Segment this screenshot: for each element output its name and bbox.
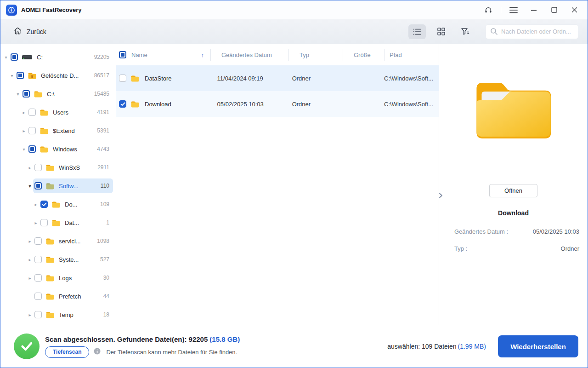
expand-arrow-icon[interactable]: ▾ xyxy=(27,184,33,189)
file-type: Ordner xyxy=(281,75,334,82)
tree-item-windows[interactable]: ▾Windows4743 xyxy=(0,140,116,158)
checkbox[interactable] xyxy=(17,72,24,79)
folder-icon xyxy=(51,201,61,208)
support-headset-icon[interactable] xyxy=(481,3,496,17)
tree-item-extend[interactable]: ▸$Extend5391 xyxy=(0,121,116,140)
detail-value: 05/02/2025 10:03 xyxy=(533,228,579,235)
tree-item-body[interactable]: Temp18 xyxy=(33,307,113,322)
tree-item-syste[interactable]: ▸Syste...527 xyxy=(0,250,116,269)
expand-arrow-icon[interactable]: ▸ xyxy=(27,276,33,281)
sort-ascending-icon[interactable]: ↑ xyxy=(201,52,204,58)
file-path: C:\Windows\Soft... xyxy=(373,75,439,82)
menu-hamburger-icon[interactable] xyxy=(506,3,521,17)
folder-icon xyxy=(130,75,140,82)
tree-item-c[interactable]: ▾C:\15485 xyxy=(0,85,116,103)
folder-icon xyxy=(45,164,55,172)
tree-item-body[interactable]: C:\15485 xyxy=(21,86,113,101)
tree-item-body[interactable]: Logs30 xyxy=(33,270,113,285)
list-view-button[interactable] xyxy=(408,24,426,39)
checkbox[interactable] xyxy=(28,145,36,153)
checkbox[interactable] xyxy=(28,109,36,116)
checkbox[interactable] xyxy=(11,53,18,61)
checkbox[interactable] xyxy=(34,164,42,171)
close-button[interactable] xyxy=(566,3,582,17)
expand-arrow-icon[interactable]: ▾ xyxy=(3,55,9,60)
checkbox[interactable] xyxy=(119,100,126,108)
file-path: C:\Windows\Soft... xyxy=(373,101,439,108)
tree-item-count: 1 xyxy=(106,219,109,226)
column-header-date[interactable]: Geändertes Datum xyxy=(210,44,288,65)
expand-arrow-icon[interactable]: ▸ xyxy=(27,257,33,262)
tree-item-body[interactable]: $Extend5391 xyxy=(27,123,113,138)
selection-size: (1.99 MB) xyxy=(458,343,486,350)
expand-arrow-icon[interactable]: ▸ xyxy=(27,312,33,317)
recover-button[interactable]: Wiederherstellen xyxy=(498,335,578,357)
tree-item-do[interactable]: ▸Do...109 xyxy=(0,195,116,213)
maximize-button[interactable] xyxy=(546,3,562,17)
expand-arrow-icon[interactable]: ▸ xyxy=(21,128,27,133)
deep-scan-button[interactable]: Tiefenscan xyxy=(45,346,89,358)
collapse-panel-chevron-icon[interactable] xyxy=(438,190,446,201)
checkbox[interactable] xyxy=(28,127,36,134)
tree-item-body[interactable]: Users4191 xyxy=(27,105,113,120)
tree-item-body[interactable]: Gelöschte D...86517 xyxy=(15,68,113,83)
checkbox[interactable] xyxy=(34,293,42,300)
tree-item-softw[interactable]: ▾Softw...110 xyxy=(0,177,116,195)
expand-arrow-icon[interactable]: ▸ xyxy=(33,202,39,207)
tree-item-servici[interactable]: ▸servici...1098 xyxy=(0,232,116,250)
tree-item-body[interactable]: WinSxS2911 xyxy=(33,160,113,175)
minimize-button[interactable] xyxy=(526,3,542,17)
back-button[interactable]: Zurück xyxy=(13,27,46,36)
column-header-size[interactable]: Größe xyxy=(343,44,384,65)
checkbox[interactable] xyxy=(40,201,48,208)
expand-arrow-icon[interactable]: ▾ xyxy=(9,73,15,78)
preview-file-title: Download xyxy=(498,209,529,217)
tree-item-dat[interactable]: ▸Dat...1 xyxy=(0,213,116,232)
table-row-datastore[interactable]: DataStore11/04/2024 09:19OrdnerC:\Window… xyxy=(116,65,439,91)
tree-item-logs[interactable]: ▸Logs30 xyxy=(0,269,116,287)
tree-item-temp[interactable]: ▸Temp18 xyxy=(0,305,116,324)
checkbox[interactable] xyxy=(40,219,48,226)
preview-panel: Öffnen Download Geändertes Datum :05/02/… xyxy=(439,44,588,325)
checkbox[interactable] xyxy=(34,237,42,245)
folder-trash-icon xyxy=(28,72,37,80)
column-header-path[interactable]: Pfad xyxy=(384,44,439,65)
tree-item-body[interactable]: C:92205 xyxy=(9,50,113,64)
expand-arrow-icon[interactable]: ▾ xyxy=(21,147,27,152)
checkbox[interactable] xyxy=(23,90,30,98)
grid-view-button[interactable] xyxy=(432,24,450,39)
main-content: ▾C:92205▾Gelöschte D...86517▾C:\15485▸Us… xyxy=(0,44,588,325)
tree-item-body[interactable]: Windows4743 xyxy=(27,142,113,156)
titlebar-separator xyxy=(501,7,501,13)
checkbox[interactable] xyxy=(34,182,42,190)
tree-item-body[interactable]: Softw...110 xyxy=(33,178,113,193)
column-header-type[interactable]: Typ xyxy=(288,44,343,65)
checkbox[interactable] xyxy=(119,75,126,82)
tree-item-prefetch[interactable]: Prefetch44 xyxy=(0,287,116,305)
app-title: AOMEI FastRecovery xyxy=(21,6,82,13)
tree-item-users[interactable]: ▸Users4191 xyxy=(0,103,116,121)
expand-arrow-icon[interactable]: ▾ xyxy=(15,92,21,97)
expand-arrow-icon[interactable]: ▸ xyxy=(21,110,27,115)
expand-arrow-icon[interactable]: ▸ xyxy=(27,165,33,170)
checkbox[interactable] xyxy=(34,256,42,263)
tree-item-winsxs[interactable]: ▸WinSxS2911 xyxy=(0,158,116,177)
tree-item-c[interactable]: ▾C:92205 xyxy=(0,48,116,66)
tree-item-body[interactable]: Dat...1 xyxy=(39,215,113,230)
filter-button[interactable] xyxy=(456,24,474,39)
select-all-checkbox[interactable] xyxy=(119,51,126,58)
search-input[interactable] xyxy=(486,24,578,39)
open-button[interactable]: Öffnen xyxy=(489,184,537,197)
expand-arrow-icon[interactable]: ▸ xyxy=(33,220,39,225)
tree-item-body[interactable]: Do...109 xyxy=(39,197,113,212)
column-header-name[interactable]: Name ↑ xyxy=(116,44,210,65)
tree-item-body[interactable]: Prefetch44 xyxy=(33,289,113,304)
checkbox[interactable] xyxy=(34,274,42,282)
tree-item-body[interactable]: Syste...527 xyxy=(33,252,113,267)
expand-arrow-icon[interactable]: ▸ xyxy=(27,239,33,244)
tree-item-gel-schte-d[interactable]: ▾Gelöschte D...86517 xyxy=(0,66,116,85)
table-row-download[interactable]: Download05/02/2025 10:03OrdnerC:\Windows… xyxy=(116,91,439,117)
tree-item-body[interactable]: servici...1098 xyxy=(33,234,113,248)
table-body: DataStore11/04/2024 09:19OrdnerC:\Window… xyxy=(116,65,439,117)
checkbox[interactable] xyxy=(34,311,42,318)
